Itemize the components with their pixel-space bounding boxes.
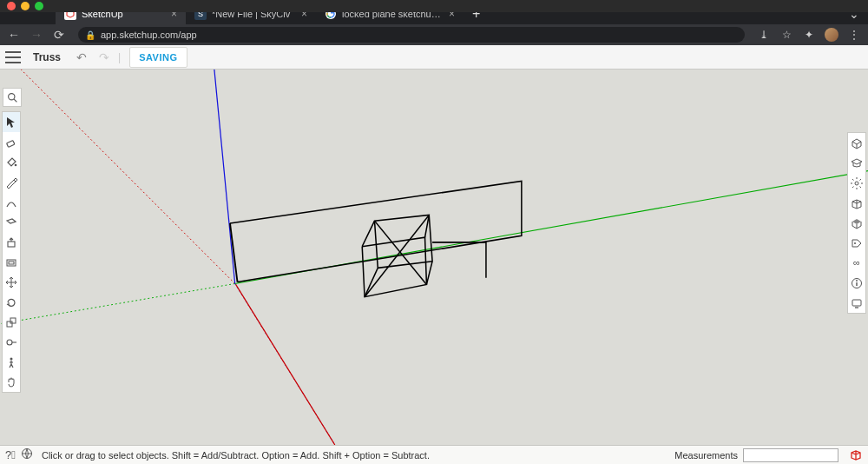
tags-button[interactable] [848,233,865,253]
scenes-button[interactable]: ∞ [848,253,865,273]
entity-info-button[interactable] [848,273,865,293]
tape-tool[interactable] [3,332,20,352]
graduation-cap-icon [851,157,863,169]
svg-point-16 [15,163,17,166]
select-tool[interactable] [3,112,20,132]
iso-view-button[interactable] [848,133,865,153]
offset-icon [5,256,17,268]
mac-fullscreen-button[interactable] [35,2,43,10]
forward-button[interactable]: → [30,28,43,42]
svg-line-14 [14,99,16,102]
divider: | [118,51,121,63]
rotate-tool[interactable] [3,292,20,312]
star-icon[interactable]: ☆ [779,29,793,41]
install-icon[interactable]: ⤓ [757,29,771,41]
hamburger-menu-icon[interactable] [5,51,21,63]
info-icon [851,277,863,289]
paint-tool[interactable] [3,152,20,172]
browser-omnibox-row: ← → ⟳ 🔒 app.sketchup.com/app ⤓ ☆ ✦ ⋮ [0,24,868,45]
sketchup-app: Truss ↶ ↷ | SAVING [0,45,868,464]
svg-rect-15 [7,140,15,147]
help-icon[interactable]: ?⃝ [5,448,16,461]
right-toolbar: ∞ [847,132,866,314]
instructor-button[interactable] [848,153,865,173]
walk-icon [5,356,17,368]
svg-text:∞: ∞ [853,257,860,268]
svg-line-5 [235,283,344,445]
lock-icon: 🔒 [85,30,95,40]
walk-tool[interactable] [3,352,20,372]
svg-point-30 [856,280,858,282]
svg-line-8 [214,70,235,283]
hand-icon [5,376,17,388]
eraser-icon [5,136,17,149]
scale-icon [5,316,17,328]
svg-rect-17 [8,242,15,247]
profile-avatar[interactable] [825,28,838,42]
back-button[interactable]: ← [7,28,21,42]
cube-icon [851,137,863,149]
search-tool-button[interactable] [3,88,22,107]
svg-line-9 [236,284,335,445]
svg-point-26 [854,242,856,244]
shape-tool[interactable] [3,212,20,232]
pushpull-icon [5,236,17,249]
canvas-svg [0,70,868,445]
components-button[interactable] [848,193,865,213]
gear-icon [851,177,863,189]
line-tool[interactable] [3,172,20,192]
viewport[interactable]: ∞ [0,70,868,445]
arc-icon [5,196,17,209]
tag-icon [851,237,863,249]
measurements-input[interactable] [743,448,838,462]
undo-button[interactable]: ↶ [73,50,90,64]
move-tool[interactable] [3,272,20,292]
url-text: app.sketchup.com/app [101,30,197,40]
geo-icon[interactable] [21,447,33,462]
box-open-icon [851,197,863,209]
reload-button[interactable]: ⟳ [52,28,66,42]
rotate-icon [5,296,17,308]
materials-button[interactable] [848,213,865,233]
status-bar: ?⃝ Click or drag to select objects. Shif… [0,445,868,464]
svg-point-13 [8,93,14,99]
svg-point-22 [7,340,12,345]
material-cube-icon [851,217,863,229]
mac-close-button[interactable] [7,2,16,10]
address-bar[interactable]: 🔒 app.sketchup.com/app [78,27,745,43]
svg-rect-21 [10,318,16,323]
tape-measure-icon [5,336,17,348]
search-icon [7,92,18,103]
status-hint: Click or drag to select objects. Shift =… [38,450,669,461]
eraser-tool[interactable] [3,132,20,152]
extensions-icon[interactable]: ✦ [802,29,816,41]
left-toolbar [2,111,21,393]
measurements-label: Measurements [674,450,738,461]
pushpull-tool[interactable] [3,232,20,252]
svg-point-24 [10,357,13,360]
app-topbar: Truss ↶ ↷ | SAVING [0,45,868,70]
mac-minimize-button[interactable] [21,2,30,10]
svg-line-6 [13,70,235,283]
sketchup-logo-icon [849,448,863,462]
svg-line-4 [0,283,235,326]
kebab-menu-icon[interactable]: ⋮ [847,29,861,41]
svg-rect-19 [9,262,14,264]
pencil-icon [5,176,17,189]
offset-tool[interactable] [3,252,20,272]
mac-window-controls [0,0,868,12]
model-settings-button[interactable] [848,173,865,193]
svg-rect-20 [7,321,12,327]
display-button[interactable] [848,293,865,313]
scenes-icon: ∞ [851,257,863,269]
scale-tool[interactable] [3,312,20,332]
arc-tool[interactable] [3,192,20,212]
pan-tool[interactable] [3,372,20,392]
svg-line-12 [365,215,429,296]
rectangle-icon [5,216,17,229]
paint-bucket-icon [5,156,17,169]
move-icon [5,276,17,288]
redo-button[interactable]: ↷ [95,50,113,64]
saving-badge: SAVING [129,47,187,68]
file-name: Truss [26,51,68,63]
